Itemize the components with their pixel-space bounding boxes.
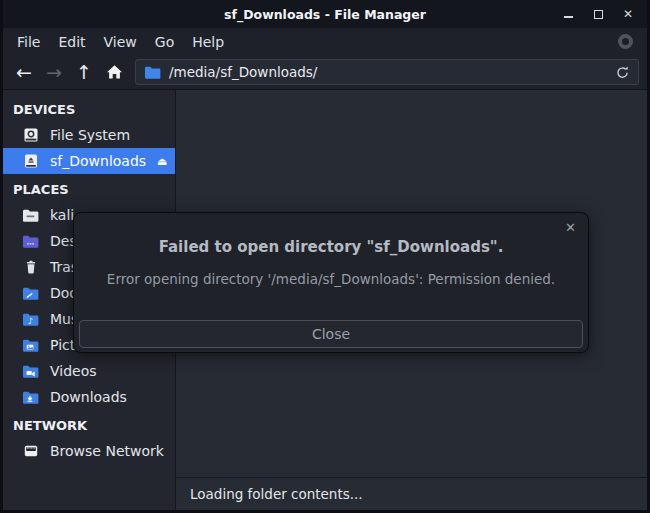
back-button[interactable]: ← bbox=[9, 58, 39, 86]
maximize-button[interactable] bbox=[591, 7, 605, 21]
up-icon: ↑ bbox=[76, 63, 92, 82]
dialog-close-button[interactable]: Close bbox=[79, 320, 583, 348]
folder-music-icon: ♪ bbox=[22, 311, 39, 327]
menu-go[interactable]: Go bbox=[146, 30, 183, 54]
sidebar-item-label: Browse Network bbox=[50, 443, 164, 459]
menu-edit[interactable]: Edit bbox=[49, 30, 94, 54]
dialog-close-icon[interactable]: ✕ bbox=[565, 220, 576, 235]
home-icon bbox=[106, 64, 123, 80]
sidebar-section-network: NETWORK bbox=[3, 410, 175, 438]
path-text: /media/sf_Downloads/ bbox=[169, 64, 607, 80]
window: sf_Downloads - File Manager ✕ FileEditVi… bbox=[0, 0, 650, 513]
forward-icon: → bbox=[46, 63, 62, 82]
error-dialog: ✕ Failed to open directory "sf_Downloads… bbox=[73, 212, 589, 353]
sidebar-item-label: Videos bbox=[50, 363, 97, 379]
sidebar-item-label: kali bbox=[50, 207, 74, 223]
sidebar-item-browse-network[interactable]: Browse Network bbox=[3, 438, 175, 464]
sidebar-item-label: Downloads bbox=[50, 389, 127, 405]
network-icon bbox=[22, 443, 39, 459]
sidebar-section-devices: DEVICES bbox=[3, 94, 175, 122]
sidebar-section-places: PLACES bbox=[3, 174, 175, 202]
path-bar[interactable]: /media/sf_Downloads/ bbox=[135, 59, 639, 85]
eject-icon[interactable]: ⏏ bbox=[157, 155, 176, 168]
status-bar: Loading folder contents... bbox=[176, 477, 647, 510]
maximize-icon bbox=[594, 10, 603, 19]
reload-button[interactable] bbox=[615, 65, 630, 80]
close-icon: ✕ bbox=[623, 8, 633, 20]
folder-home-icon bbox=[22, 207, 39, 223]
folder-pictures-icon bbox=[22, 337, 39, 353]
removable-icon bbox=[22, 153, 39, 169]
filesystem-icon bbox=[22, 127, 39, 143]
svg-text:♪: ♪ bbox=[28, 315, 33, 325]
sidebar-item-videos[interactable]: Videos bbox=[3, 358, 175, 384]
folder-downloads-icon bbox=[22, 389, 39, 405]
menubar: FileEditViewGoHelp bbox=[3, 28, 647, 55]
folder-desktop-icon bbox=[22, 233, 39, 249]
forward-button[interactable]: → bbox=[39, 58, 69, 86]
folder-icon bbox=[144, 64, 161, 80]
menu-file[interactable]: File bbox=[8, 30, 49, 54]
minimize-icon bbox=[564, 16, 573, 18]
menu-help[interactable]: Help bbox=[183, 30, 233, 54]
dialog-title: Failed to open directory "sf_Downloads". bbox=[74, 238, 588, 256]
status-text: Loading folder contents... bbox=[190, 486, 363, 502]
up-button[interactable]: ↑ bbox=[69, 58, 99, 86]
dialog-message: Error opening directory '/media/sf_Downl… bbox=[74, 271, 588, 287]
folder-documents-icon bbox=[22, 285, 39, 301]
sidebar-item-label: sf_Downloads bbox=[50, 153, 146, 169]
trash-icon bbox=[22, 259, 39, 275]
sidebar-item-label: File System bbox=[50, 127, 130, 143]
sidebar-item-sf_downloads[interactable]: sf_Downloads⏏ bbox=[3, 148, 175, 174]
status-circle-icon bbox=[618, 34, 633, 49]
home-button[interactable] bbox=[99, 58, 129, 86]
menu-view[interactable]: View bbox=[95, 30, 146, 54]
minimize-button[interactable] bbox=[561, 7, 575, 21]
folder-videos-icon bbox=[22, 363, 39, 379]
titlebar[interactable]: sf_Downloads - File Manager ✕ bbox=[3, 0, 647, 28]
sidebar-item-file-system[interactable]: File System bbox=[3, 122, 175, 148]
back-icon: ← bbox=[16, 63, 32, 82]
toolbar: ← → ↑ /media/sf_Downloads/ bbox=[3, 55, 647, 90]
menubar-items: FileEditViewGoHelp bbox=[8, 30, 233, 54]
close-window-button[interactable]: ✕ bbox=[621, 7, 635, 21]
window-title: sf_Downloads - File Manager bbox=[3, 7, 647, 22]
sidebar-item-downloads[interactable]: Downloads bbox=[3, 384, 175, 410]
